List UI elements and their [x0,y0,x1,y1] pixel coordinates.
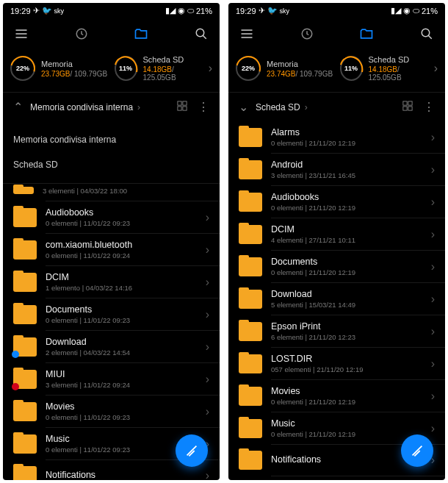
svg-point-4 [196,29,204,37]
svg-rect-18 [403,106,407,110]
breadcrumb[interactable]: Scheda SD › [256,102,395,112]
folder-icon [239,225,262,244]
folder-name: DCIM [271,224,422,235]
breadcrumb[interactable]: Memoria condivisa interna › [30,102,170,112]
list-item[interactable]: DCIM 1 elemento | 04/03/22 14:16 › [3,266,220,298]
list-item[interactable]: Documents 0 elementi | 21/11/20 12:19 › [228,251,445,282]
chevron-up-icon[interactable]: ⌃ [13,100,23,114]
list-item[interactable]: Android 3 elementi | 23/11/21 16:45 › [228,154,445,185]
list-item[interactable]: Documents 0 elementi | 11/01/22 09:23 › [3,298,220,330]
chevron-right-icon: › [434,62,438,75]
internal-label: Memoria [267,60,333,68]
chevron-right-icon: › [209,62,212,75]
chevron-right-icon: › [206,373,209,386]
wifi-icon: ◉ [403,6,411,15]
chevron-right-icon: › [431,390,435,403]
list-item[interactable]: Epson iPrint 6 elementi | 21/11/20 12:23… [228,315,445,347]
clean-fab[interactable] [176,434,208,467]
folder-icon [13,240,37,260]
chevron-right-icon: › [206,405,209,418]
recent-button[interactable] [299,26,315,42]
folder-name: LOST.DIR [271,354,422,364]
chevron-right-icon: › [206,308,209,321]
folder-name: Movies [271,386,422,396]
list-item[interactable]: Audiobooks 0 elementi | 11/01/22 09:23 › [3,201,220,233]
folder-tab-button[interactable] [358,26,375,42]
grid-view-icon[interactable] [402,101,413,114]
folder-name: Download [46,337,197,347]
folder-name: Notifications [46,470,197,480]
folder-icon [13,305,37,324]
internal-storage-card[interactable]: 22% Memoria 23.73GB/ 109.79GB [10,56,109,81]
chevron-right-icon: › [431,131,435,144]
folder-name: com.xiaomi.bluetooth [46,240,197,250]
list-item[interactable]: Alarms 0 elementi | 21/11/20 12:19 › [228,121,445,153]
storage-summary: 22% Memoria 23.74GB/ 109.79GB 11% Scheda… [228,49,445,92]
folder-meta: 0 elementi | 11/01/22 09:23 [46,413,197,421]
folder-icon [239,322,262,341]
internal-storage-card[interactable]: 22% Memoria 23.74GB/ 109.79GB [236,56,334,81]
clock: 19:29 [10,7,31,15]
svg-line-15 [428,35,432,39]
svg-rect-17 [408,101,412,104]
folder-meta: 1 elemento | 04/03/22 14:16 [46,284,197,292]
folder-icon [239,451,262,470]
sky-icon: sky [54,7,65,15]
folder-icon [239,128,262,147]
chevron-right-icon: › [431,293,435,306]
list-item[interactable]: Movies 0 elementi | 21/11/20 12:19 › [228,380,445,412]
folder-name: Audiobooks [46,207,197,218]
twitter-icon: 🐦 [42,6,52,15]
svg-point-14 [422,29,430,37]
list-item[interactable]: com.xiaomi.bluetooth 0 elementi | 11/01/… [3,234,220,265]
list-item[interactable]: Download 5 elementi | 15/03/21 14:49 › [228,283,445,315]
storage-summary: 22% Memoria 23.73GB/ 109.79GB 11% Scheda… [3,49,220,92]
telegram-icon: ✈ [259,6,265,15]
folder-name: Android [271,160,422,170]
folder-meta: 5 elementi | 15/03/21 14:49 [271,301,422,309]
chevron-right-icon: › [206,340,209,354]
folder-name: Download [271,289,422,299]
battery-pct: 21% [422,7,438,15]
picker-internal[interactable]: Memoria condivisa interna [13,127,209,152]
list-item[interactable]: Movies 0 elementi | 11/01/22 09:23 › [3,396,220,427]
chevron-right-icon: › [431,422,435,435]
list-item[interactable]: DCIM 4 elementi | 27/11/21 10:11 › [228,218,445,250]
folder-name: MIUI [46,369,197,379]
svg-rect-19 [408,106,412,110]
signal-icon: ▮◢ [165,6,176,15]
sd-storage-card[interactable]: 11% Scheda SD 14.18GB/ 125.05GB › [115,55,213,82]
folder-icon [13,187,34,194]
list-item[interactable]: Download 2 elementi | 04/03/22 14:54 › [3,331,220,362]
picker-sd[interactable]: Scheda SD [13,152,209,177]
sky-icon: sky [280,7,290,15]
list-item[interactable]: MIUI 3 elementi | 11/01/22 09:24 › [3,363,220,395]
breadcrumb-bar: ⌄ Scheda SD › ⋮ [228,92,445,121]
more-icon[interactable]: ⋮ [198,100,209,114]
phone-left: 19:29 ✈ 🐦 sky ▮◢ ◉ ⬭ 21% 22% Memoria 23.… [3,3,220,480]
search-button[interactable] [419,26,435,42]
chevron-right-icon: › [431,260,435,273]
recent-button[interactable] [73,26,90,42]
folder-meta: 057 elementi | 21/11/20 12:19 [271,365,422,373]
folder-icon [239,257,262,276]
menu-button[interactable] [13,26,29,42]
chevron-down-icon[interactable]: ⌄ [239,100,248,114]
list-item[interactable]: LOST.DIR 057 elementi | 21/11/20 12:19 › [228,348,445,379]
menu-button[interactable] [239,26,255,42]
chevron-right-icon: › [431,163,435,176]
clean-fab[interactable] [401,434,433,467]
folder-icon [13,370,37,389]
list-item[interactable]: 3 elementi | 04/03/22 18:00 [3,184,220,201]
chevron-right-icon: › [431,357,435,371]
sd-storage-card[interactable]: 11% Scheda SD 14.18GB/ 125.05GB › [340,55,438,82]
list-item[interactable]: Audiobooks 0 elementi | 21/11/20 12:19 › [228,186,445,218]
folder-name: Music [271,418,422,429]
grid-view-icon[interactable] [177,101,187,114]
folder-meta: 0 elementi | 21/11/20 12:19 [271,398,422,406]
folder-icon [239,290,262,309]
folder-meta: 3 elementi | 11/01/22 09:24 [46,381,197,389]
search-button[interactable] [193,26,209,42]
folder-tab-button[interactable] [133,26,149,42]
more-icon[interactable]: ⋮ [423,100,435,114]
